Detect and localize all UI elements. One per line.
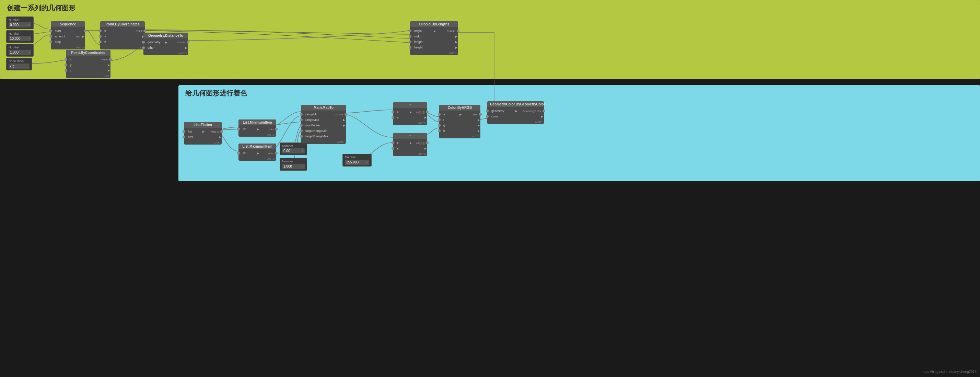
gc-label-color: color — [490, 115, 541, 118]
list-max-header: List.MaximumItem — [239, 144, 276, 149]
ca-port-right — [479, 113, 482, 116]
lf-label-list: list — [187, 130, 202, 133]
mm-label-targetmax: targetRangeMax — [304, 134, 346, 138]
lmax-right-label: max — [260, 152, 275, 155]
lmax-label-list: list — [241, 152, 256, 155]
number-arrow-3: > — [28, 51, 30, 54]
gd-arrow-other: ▶ — [185, 46, 187, 50]
list-min-header: List.MinimumItem — [239, 120, 276, 125]
pbc1-footer: XXX — [100, 46, 145, 50]
ca-label-r: r — [442, 118, 477, 121]
cuboid-arrow-length: ▶ — [455, 40, 457, 44]
gc-footer: AUTO — [487, 120, 544, 124]
geometry-distance-node[interactable]: Geometry.DistanceTo geometry ▶ double ot… — [143, 33, 188, 55]
gd-label-geometry: geometry — [146, 40, 165, 44]
sequence-arrow: ▶ — [82, 35, 84, 38]
number-value-3: 1.000 — [10, 51, 28, 54]
lf-right-label: var[]..[] — [205, 130, 220, 133]
mm-arrow-rangemax: ▶ — [343, 118, 345, 121]
code-block-label: Code Block — [9, 59, 30, 63]
point-coords-2-node[interactable]: Point.ByCoordinates x Point y ▶ z ▶ XXX — [66, 50, 110, 78]
list-max-node[interactable]: List.MaximumItem list ▶ max AUTO — [239, 144, 276, 161]
lmin-arrow-list: ▶ — [257, 128, 259, 131]
number-255-arrow: > — [366, 161, 368, 164]
pbc1-label-y: y — [103, 35, 142, 38]
point-coords-1-header: Point.ByCoordinates — [100, 21, 145, 27]
list-flatten-header: List.Flatten — [184, 122, 222, 128]
number-node-3[interactable]: Number 1.000 > — [6, 44, 33, 57]
ca-label-b: b — [442, 129, 477, 133]
number-1000-value: 1.000 — [283, 165, 302, 168]
sequence-seq-right-label: seq — [68, 35, 82, 38]
ca-port-a-left — [438, 113, 441, 116]
m2-port-x-left — [391, 141, 394, 144]
cuboid-arrow-height: ▶ — [455, 46, 457, 49]
lf-label-amt: amt — [187, 135, 218, 139]
pbc2-port-z-left — [65, 69, 67, 72]
mm-port-rangemax-left — [300, 118, 303, 121]
cuboid-node[interactable]: Cuboid.ByLengths origin ▶ Cuboid width ▶… — [410, 21, 458, 55]
point-coords-1-node[interactable]: Point.ByCoordinates x Point y ▶ z ▶ XXX — [100, 21, 145, 50]
gd-double-right-label: double — [168, 41, 187, 44]
gc-arrow-geometry: ▶ — [515, 110, 517, 113]
lf-port-list-left — [183, 130, 185, 133]
mm-port-inputvalue-left — [300, 124, 303, 127]
list-flatten-node[interactable]: List.Flatten list ▶ var[]..[] amt ▶ AUTO — [184, 122, 222, 145]
gc-right-label: GeometryColor — [518, 110, 543, 113]
mm-right-label: double — [324, 113, 345, 116]
color-argb-node[interactable]: Color.ByARGB a ▶ color r ▶ g ▶ b — [439, 105, 480, 138]
multiply-1-node[interactable]: * x ▶ var[]..[] y ▶ AUTO — [393, 102, 427, 125]
number-1000-arrow: > — [302, 165, 303, 168]
lf-port-amt-left — [183, 136, 185, 138]
pbc2-arrow-z: ▶ — [108, 69, 110, 72]
m1-label-x: x — [396, 110, 409, 113]
sequence-port-step-left — [49, 40, 52, 43]
pbc2-label-z: z — [68, 69, 107, 72]
cuboid-port-length-left — [409, 40, 411, 43]
ca-arrow-b: ▶ — [478, 129, 480, 133]
pbc2-port-point-right — [109, 58, 112, 61]
number-1000-node[interactable]: Number 1.000 > — [280, 158, 307, 171]
m2-port-right — [426, 141, 429, 144]
lf-arrow-amt: ▶ — [219, 136, 221, 139]
cuboid-label-origin: origin — [413, 29, 433, 33]
m2-port-y-left — [391, 147, 394, 150]
gc-label-geometry: geometry — [490, 109, 515, 113]
sequence-label-start: start — [54, 29, 84, 33]
number-label-1: Number — [9, 18, 31, 22]
pbc1-port-point-right — [143, 30, 146, 32]
number-001-node[interactable]: Number 0.001 > — [280, 142, 307, 155]
code-block-node[interactable]: Code Block -1; — [6, 58, 32, 70]
number-255-node[interactable]: Number 255.000 > — [342, 154, 372, 166]
code-block-value: -1; — [9, 64, 30, 69]
sequence-port-seq-right — [84, 30, 86, 32]
gd-port-double-right — [187, 41, 189, 44]
sequence-node[interactable]: Sequence start amount seq ▶ step AUTO — [51, 21, 85, 50]
math-mapto-node[interactable]: Math.MapTo rangeMin double rangeMax ▶ in… — [301, 105, 346, 144]
ca-arrow-a: ▶ — [460, 113, 461, 116]
number-1000-label: Number — [282, 160, 305, 163]
cuboid-footer: AUTO — [410, 51, 458, 55]
geometry-color-node[interactable]: GeometryColor.ByGeometryColor geometry ▶… — [487, 101, 544, 124]
cuboid-port-cuboid-right — [457, 30, 460, 32]
lf-port-right — [220, 130, 223, 133]
sequence-label-step: step — [54, 40, 85, 44]
m1-right-label: var[]..[] — [412, 110, 426, 113]
list-min-node[interactable]: List.MinimumItem list ▶ min AUTO — [239, 120, 276, 137]
number-value-2: 10.000 — [10, 37, 28, 40]
gd-arrow-geometry: ▶ — [165, 41, 167, 44]
cuboid-port-width-left — [409, 35, 411, 38]
geometry-distance-header: Geometry.DistanceTo — [143, 33, 188, 38]
sequence-header: Sequence — [51, 21, 85, 27]
cuboid-label-width: width — [413, 35, 455, 38]
multiply-2-node[interactable]: * x ▶ var[]..[] y ▶ AUTO — [393, 133, 427, 156]
lmin-footer: AUTO — [239, 133, 276, 137]
gd-footer: AUTO — [143, 51, 188, 55]
number-node-1[interactable]: Number 0.000 > — [6, 16, 33, 29]
pbc2-arrow-y: ▶ — [108, 64, 110, 67]
blue-section-label: 给几何图形进行着色 — [185, 89, 247, 98]
mm-port-right — [345, 113, 347, 116]
pbc2-label-y: y — [68, 63, 107, 67]
math-mapto-header: Math.MapTo — [301, 105, 346, 110]
number-node-2[interactable]: Number 10.000 > — [6, 30, 33, 43]
